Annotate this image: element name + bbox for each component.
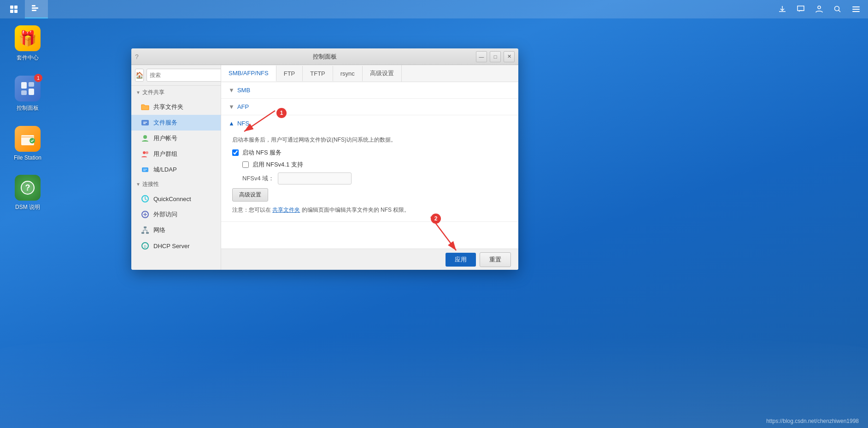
svg-rect-27 bbox=[144, 226, 147, 228]
control-panel-label: 控制面板 bbox=[17, 104, 39, 112]
sidebar-section-connectivity[interactable]: ▼ 连接性 bbox=[131, 178, 221, 191]
menu-icon[interactable] bbox=[849, 2, 863, 17]
note-prefix: 注意：您可以在 bbox=[232, 207, 271, 213]
sidebar: 🏠 ▼ 文件共享 共享文件夹 bbox=[131, 65, 221, 270]
enable-nfs-checkbox[interactable] bbox=[232, 149, 239, 156]
desktop-icon-dsm-help[interactable]: ? DSM 说明 bbox=[9, 175, 46, 211]
svg-rect-12 bbox=[21, 82, 27, 89]
external-access-label: 外部访问 bbox=[153, 210, 177, 219]
sidebar-item-domain-ldap[interactable]: 城/LDAP bbox=[131, 162, 221, 178]
file-station-icon bbox=[15, 126, 41, 152]
content-area: ▼ SMB ▼ AFP ▲ NFS bbox=[221, 82, 518, 249]
control-panel-icon: 1 bbox=[15, 76, 41, 101]
tab-rsync[interactable]: rsync bbox=[333, 66, 363, 81]
svg-rect-14 bbox=[29, 82, 34, 87]
svg-rect-29 bbox=[146, 232, 149, 234]
nfsv4-domain-input[interactable] bbox=[278, 172, 352, 184]
nfs-section: ▲ NFS 启动本服务后，用户可通过网络文件协议(NFS)访问系统上的数据。 启… bbox=[221, 115, 518, 222]
file-services-label: 文件服务 bbox=[153, 119, 177, 127]
taskbar-left bbox=[5, 0, 48, 18]
nfsv41-checkbox[interactable] bbox=[242, 161, 249, 168]
note-link[interactable]: 共享文件夹 bbox=[272, 207, 300, 213]
package-center-label: 套件中心 bbox=[17, 54, 39, 62]
nfs-advanced-button[interactable]: 高级设置 bbox=[232, 188, 268, 202]
maximize-button[interactable]: □ bbox=[490, 51, 501, 62]
minimize-button[interactable]: — bbox=[476, 51, 487, 62]
nfsv4-domain-row: NFSv4 域： bbox=[242, 172, 507, 184]
help-icon[interactable]: ? bbox=[135, 53, 139, 60]
nfs-body: 启动本服务后，用户可通过网络文件协议(NFS)访问系统上的数据。 启动 NFS … bbox=[221, 131, 518, 221]
tab-ftp[interactable]: FTP bbox=[276, 66, 303, 81]
main-content: SMB/AFP/NFS FTP TFTP rsync 高级设置 ▼ SMB bbox=[221, 65, 518, 270]
download-icon[interactable] bbox=[775, 2, 790, 17]
control-panel-badge: 1 bbox=[34, 74, 42, 82]
smb-header[interactable]: ▼ SMB bbox=[221, 82, 518, 98]
enable-nfs-row: 启动 NFS 服务 bbox=[232, 149, 507, 157]
desktop-icon-control-panel[interactable]: 1 控制面板 bbox=[9, 76, 46, 112]
svg-text:?: ? bbox=[25, 183, 30, 192]
sidebar-section-file-sharing[interactable]: ▼ 文件共享 bbox=[131, 86, 221, 99]
taskbar bbox=[0, 0, 868, 18]
sidebar-item-shared-folder[interactable]: 共享文件夹 bbox=[131, 99, 221, 115]
nfs-header[interactable]: ▲ NFS bbox=[221, 115, 518, 131]
nfsv41-label: 启用 NFSv4.1 支持 bbox=[252, 160, 303, 169]
advanced-settings-btn[interactable]: 高级设置 bbox=[232, 188, 507, 206]
svg-rect-5 bbox=[32, 7, 38, 9]
file-station-label: File Station bbox=[14, 155, 41, 161]
apply-button[interactable]: 应用 bbox=[446, 253, 476, 267]
dsm-help-label: DSM 说明 bbox=[15, 203, 40, 211]
smb-section: ▼ SMB bbox=[221, 82, 518, 99]
network-label: 网络 bbox=[153, 226, 165, 234]
desktop-wave bbox=[0, 336, 868, 428]
reset-button[interactable]: 重置 bbox=[480, 252, 511, 267]
afp-section: ▼ AFP bbox=[221, 99, 518, 115]
user-icon[interactable] bbox=[812, 2, 827, 17]
taskbar-grid-button[interactable] bbox=[5, 0, 23, 18]
svg-point-23 bbox=[146, 151, 148, 154]
afp-label: AFP bbox=[237, 103, 249, 110]
tab-tftp[interactable]: TFTP bbox=[303, 66, 333, 81]
svg-rect-3 bbox=[14, 10, 18, 13]
close-button[interactable]: ✕ bbox=[504, 51, 515, 62]
sidebar-item-file-services[interactable]: 文件服务 bbox=[131, 115, 221, 131]
svg-rect-11 bbox=[852, 11, 860, 12]
taskbar-right bbox=[775, 2, 863, 17]
network-icon bbox=[141, 226, 150, 235]
tab-advanced[interactable]: 高级设置 bbox=[363, 65, 402, 82]
sidebar-item-user-account[interactable]: 用户帐号 bbox=[131, 131, 221, 146]
smb-label: SMB bbox=[237, 87, 250, 94]
svg-rect-10 bbox=[852, 9, 860, 10]
sidebar-item-user-group[interactable]: 用户群组 bbox=[131, 146, 221, 162]
quickconnect-label: QuickConnect bbox=[153, 196, 191, 202]
sidebar-item-external-access[interactable]: 外部访问 bbox=[131, 207, 221, 222]
external-access-icon bbox=[141, 210, 150, 219]
sidebar-item-network[interactable]: 网络 bbox=[131, 222, 221, 238]
desktop-icon-file-station[interactable]: File Station bbox=[9, 126, 46, 161]
sidebar-home-button[interactable]: 🏠 bbox=[135, 69, 144, 82]
sidebar-item-dhcp-server[interactable]: D DHCP Server bbox=[131, 238, 221, 254]
nfsv4-domain-label: NFSv4 域： bbox=[242, 174, 274, 183]
desktop-icon-package-center[interactable]: 🎁 套件中心 bbox=[9, 25, 46, 62]
dhcp-server-icon: D bbox=[141, 241, 150, 250]
annotation-2: 2 bbox=[431, 214, 441, 224]
annotation-1: 1 bbox=[276, 108, 287, 118]
svg-rect-28 bbox=[141, 232, 144, 234]
shared-folder-label: 共享文件夹 bbox=[153, 103, 183, 111]
dsm-help-icon: ? bbox=[15, 175, 41, 201]
afp-header[interactable]: ▼ AFP bbox=[221, 99, 518, 115]
dhcp-server-label: DHCP Server bbox=[153, 243, 190, 250]
svg-point-7 bbox=[818, 6, 821, 9]
nfs-note: 注意：您可以在 共享文件夹 的编辑页面中编辑共享文件夹的 NFS 权限。 bbox=[232, 206, 507, 214]
tab-smb-afp-nfs[interactable]: SMB/AFP/NFS bbox=[221, 65, 276, 82]
svg-point-22 bbox=[143, 151, 146, 154]
sidebar-item-quickconnect[interactable]: QuickConnect bbox=[131, 191, 221, 207]
search-icon[interactable] bbox=[830, 2, 845, 17]
sidebar-search-input[interactable] bbox=[147, 69, 221, 82]
svg-rect-15 bbox=[29, 89, 34, 95]
domain-ldap-icon bbox=[141, 165, 150, 174]
messages-icon[interactable] bbox=[793, 2, 808, 17]
taskbar-control-panel-app[interactable] bbox=[25, 0, 48, 18]
svg-rect-6 bbox=[32, 10, 36, 11]
window-title: 控制面板 bbox=[313, 53, 337, 61]
note-suffix: 的编辑页面中编辑共享文件夹的 NFS 权限。 bbox=[302, 207, 410, 213]
